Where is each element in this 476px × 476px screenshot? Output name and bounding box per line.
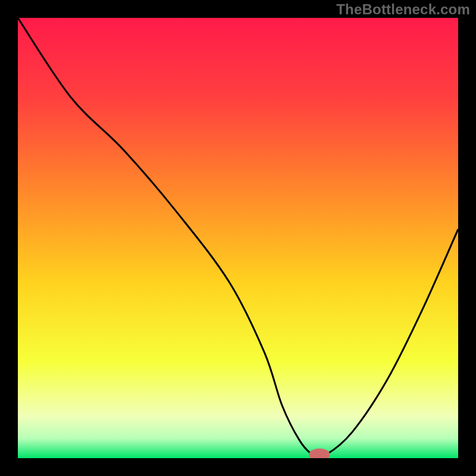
gradient-background xyxy=(18,18,458,458)
watermark-text: TheBottleneck.com xyxy=(336,1,470,18)
bottleneck-chart xyxy=(18,18,458,458)
plot-container xyxy=(18,18,458,458)
chart-frame: TheBottleneck.com xyxy=(0,0,476,476)
